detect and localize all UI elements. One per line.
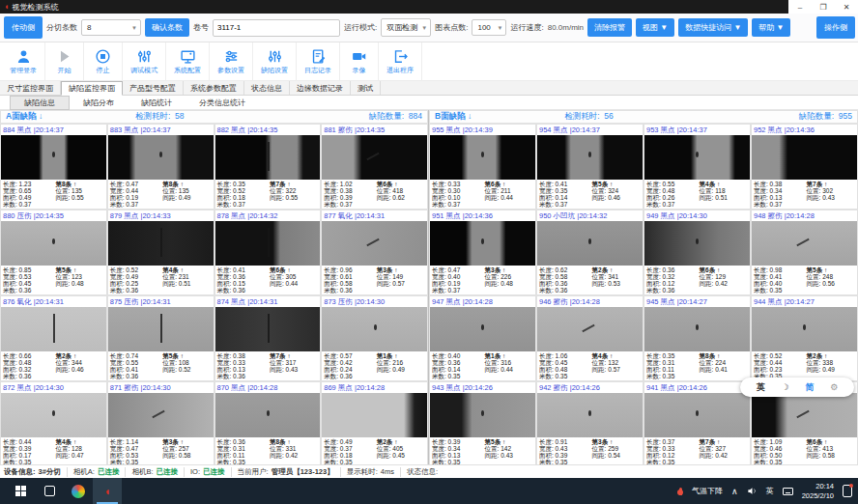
- defect-card[interactable]: 880 压伤 |20:14:35 长度: 0.85宽度: 0.53面积: 0.4…: [0, 210, 107, 295]
- defect-card[interactable]: 879 黑点 |20:14:33 长度: 0.52宽度: 0.49面积: 0.2…: [107, 210, 214, 295]
- weather-text[interactable]: 气温下降: [692, 486, 723, 496]
- defect-card[interactable]: 943 黑点 |20:14:26 长度: 0.39宽度: 0.34面积: 0.1…: [429, 381, 536, 467]
- defect-card[interactable]: 950 小凹坑 |20:14:32 长度: 0.62宽度: 0.58面积: 0.…: [536, 210, 644, 295]
- roll-number-input[interactable]: [213, 19, 340, 37]
- param-settings-button[interactable]: 参数设置: [210, 42, 253, 80]
- subtab-defect-distribution[interactable]: 缺陷分布: [70, 97, 128, 109]
- defect-metric: 宽度: 0.32: [646, 273, 700, 280]
- start-menu-button[interactable]: [6, 478, 35, 504]
- defect-settings-label: 缺陷设置: [261, 66, 288, 75]
- defect-card[interactable]: 871 擦伤 |20:14:30 长度: 1.14宽度: 0.47面积: 0.5…: [107, 381, 214, 467]
- defect-card[interactable]: 949 黑点 |20:14:30 长度: 0.36宽度: 0.32面积: 0.1…: [644, 210, 751, 295]
- tab-system-params[interactable]: 系统参数配置: [184, 81, 244, 95]
- data-quick-access-button[interactable]: 数据快捷访问 ▼: [678, 18, 748, 37]
- chart-points-select[interactable]: 100 ▼: [472, 19, 506, 36]
- defect-card[interactable]: 941 黑点 |20:14:26 长度: 0.37宽度: 0.33面积: 0.1…: [644, 381, 751, 467]
- defect-mark: [52, 238, 55, 244]
- log-record-button[interactable]: 日志记录: [297, 42, 340, 80]
- stop-button[interactable]: 停止: [84, 42, 123, 80]
- view-menu-button[interactable]: 视图 ▼: [636, 18, 674, 37]
- defect-card[interactable]: 873 压伤 |20:14:30 长度: 0.57宽度: 0.42面积: 0.2…: [321, 295, 428, 381]
- run-mode-select[interactable]: 双面检测 ▼: [381, 18, 431, 37]
- subtab-defect-stats[interactable]: 缺陷统计: [128, 97, 186, 109]
- defect-card[interactable]: 951 黑点 |20:14:36 长度: 0.47宽度: 0.40面积: 0.1…: [429, 210, 536, 295]
- drive-side-button[interactable]: 传动侧: [4, 16, 43, 39]
- defect-metric: 面积: 0.13: [217, 366, 270, 373]
- close-button[interactable]: ✕: [835, 3, 858, 12]
- defect-card[interactable]: 875 压伤 |20:14:31 长度: 0.74宽度: 0.55面积: 0.4…: [107, 295, 214, 381]
- defect-metric: 宽度: 0.52: [217, 187, 270, 194]
- defect-card[interactable]: 953 黑点 |20:14:37 长度: 0.55宽度: 0.48面积: 0.2…: [644, 124, 751, 210]
- volume-icon[interactable]: [747, 486, 758, 496]
- defect-card[interactable]: 945 黑点 |20:14:27 长度: 0.35宽度: 0.31面积: 0.1…: [644, 295, 751, 381]
- touch-keyboard-icon[interactable]: [783, 488, 793, 495]
- defect-card[interactable]: 955 黑点 |20:14:39 长度: 0.33宽度: 0.30面积: 0.1…: [429, 124, 536, 210]
- defect-settings-button[interactable]: 缺陷设置: [253, 42, 297, 80]
- camera-a-value: 已连接: [98, 467, 120, 477]
- defect-card[interactable]: 872 黑点 |20:14:30 长度: 0.44宽度: 0.39面积: 0.1…: [0, 381, 107, 467]
- defect-metric: 间距: 0.44: [485, 194, 533, 201]
- defect-card[interactable]: 944 黑点 |20:14:27 长度: 0.52宽度: 0.44面积: 0.2…: [751, 295, 858, 381]
- defect-card[interactable]: 876 氧化 |20:14:31 长度: 0.66宽度: 0.48面积: 0.3…: [0, 295, 107, 381]
- tray-chevron-icon[interactable]: ∧: [731, 487, 738, 496]
- data-quick-access-label: 数据快捷访问: [685, 23, 731, 32]
- defect-card-info: 长度: 0.85宽度: 0.53面积: 0.45米数: 0.36 第5条 ↑位置…: [1, 266, 106, 294]
- language-widget[interactable]: 英 ☽ 简 ⚙: [740, 378, 854, 397]
- restore-button[interactable]: ❐: [812, 3, 835, 12]
- defect-card[interactable]: 947 黑点 |20:14:28 长度: 0.40宽度: 0.36面积: 0.1…: [429, 295, 536, 381]
- defect-metric: 位置: 257: [162, 445, 211, 452]
- defect-card[interactable]: 942 擦伤 |20:14:26 长度: 0.91宽度: 0.43面积: 0.3…: [536, 381, 644, 467]
- defect-card[interactable]: 874 黑点 |20:14:31 长度: 0.38宽度: 0.33面积: 0.1…: [214, 295, 322, 381]
- tab-size-monitor[interactable]: 尺寸监控界面: [0, 81, 61, 95]
- defect-card[interactable]: 869 黑点 |20:14:28 长度: 0.49宽度: 0.37面积: 0.1…: [321, 381, 428, 467]
- debug-mode-button[interactable]: 调试模式: [123, 42, 166, 80]
- input-language-indicator[interactable]: 英: [766, 486, 774, 496]
- exit-program-button[interactable]: 退出程序: [379, 42, 422, 80]
- moon-icon[interactable]: ☽: [782, 382, 789, 392]
- system-config-button[interactable]: 系统配置: [166, 42, 210, 80]
- defect-card[interactable]: 948 擦伤 |20:14:28 长度: 0.98宽度: 0.41面积: 0.4…: [751, 210, 858, 295]
- defect-metric: 长度: 0.35: [217, 181, 270, 187]
- tab-defect-monitor[interactable]: 缺陷监控界面: [61, 81, 123, 96]
- defect-metric: 间距: 0.62: [377, 194, 425, 201]
- defect-card[interactable]: 878 黑点 |20:14:32 长度: 0.41宽度: 0.36面积: 0.1…: [214, 210, 322, 295]
- defect-metric: 面积: 0.39: [539, 452, 592, 459]
- record-video-button[interactable]: 录像: [340, 42, 379, 80]
- defect-card[interactable]: 877 氧化 |20:14:31 长度: 0.96宽度: 0.61面积: 0.5…: [321, 210, 428, 295]
- defect-strip-number: 第5条 ↑: [55, 266, 103, 273]
- subtab-class-info-stats[interactable]: 分类信息统计: [186, 97, 259, 109]
- defect-card[interactable]: 883 黑点 |20:14:37 长度: 0.47宽度: 0.44面积: 0.1…: [107, 124, 214, 210]
- minimize-button[interactable]: –: [788, 3, 812, 12]
- notification-tray-icon[interactable]: [843, 485, 852, 497]
- clear-alarm-button[interactable]: 清除报警: [587, 18, 632, 37]
- confirm-count-button[interactable]: 确认条数: [145, 18, 189, 37]
- pinned-app-button[interactable]: [64, 478, 93, 504]
- defect-card[interactable]: 881 擦伤 |20:14:35 长度: 1.02宽度: 0.38面积: 0.3…: [321, 124, 428, 210]
- defect-card[interactable]: 954 黑点 |20:14:37 长度: 0.41宽度: 0.35面积: 0.1…: [536, 124, 644, 210]
- defect-card[interactable]: 870 黑点 |20:14:28 长度: 0.36宽度: 0.31面积: 0.1…: [214, 381, 322, 467]
- defect-metric: 长度: 0.62: [539, 266, 592, 273]
- gear-icon[interactable]: ⚙: [830, 382, 838, 392]
- slit-count-select[interactable]: 8 ▼: [81, 19, 141, 36]
- start-button[interactable]: 开始: [45, 42, 84, 80]
- defect-card[interactable]: 946 擦伤 |20:14:28 长度: 1.06宽度: 0.45面积: 0.4…: [536, 295, 644, 381]
- admin-login-button[interactable]: 管理登录: [2, 42, 45, 80]
- defect-card[interactable]: 952 黑点 |20:14:36 长度: 0.38宽度: 0.34面积: 0.1…: [751, 124, 858, 210]
- subtab-defect-info[interactable]: 缺陷信息: [10, 96, 70, 110]
- taskbar-clock[interactable]: 20:14 2025/2/10: [802, 482, 834, 500]
- lang-cn-button[interactable]: 简: [805, 381, 814, 394]
- inspection-app-button[interactable]: ◖: [93, 478, 122, 504]
- lang-en-button[interactable]: 英: [757, 381, 765, 394]
- tab-status-info[interactable]: 状态信息: [244, 81, 290, 95]
- help-menu-button[interactable]: 帮助 ▼: [752, 18, 790, 37]
- defect-metric: 米数: 0.36: [110, 373, 162, 379]
- defect-card[interactable]: 882 黑点 |20:14:35 长度: 0.35宽度: 0.52面积: 0.1…: [214, 124, 322, 210]
- defect-metric: 长度: 0.66: [3, 352, 55, 359]
- operator-side-button[interactable]: 操作侧: [816, 16, 855, 39]
- tab-edge-data-record[interactable]: 边缘数据记录: [290, 81, 351, 95]
- thermometer-icon[interactable]: [679, 488, 684, 495]
- defect-card[interactable]: 884 黑点 |20:14:37 长度: 1.23宽度: 0.65面积: 0.4…: [0, 124, 107, 210]
- task-view-button[interactable]: [35, 478, 64, 504]
- tab-test[interactable]: 测试: [351, 81, 381, 95]
- tab-product-config[interactable]: 产品型号配置: [123, 81, 184, 95]
